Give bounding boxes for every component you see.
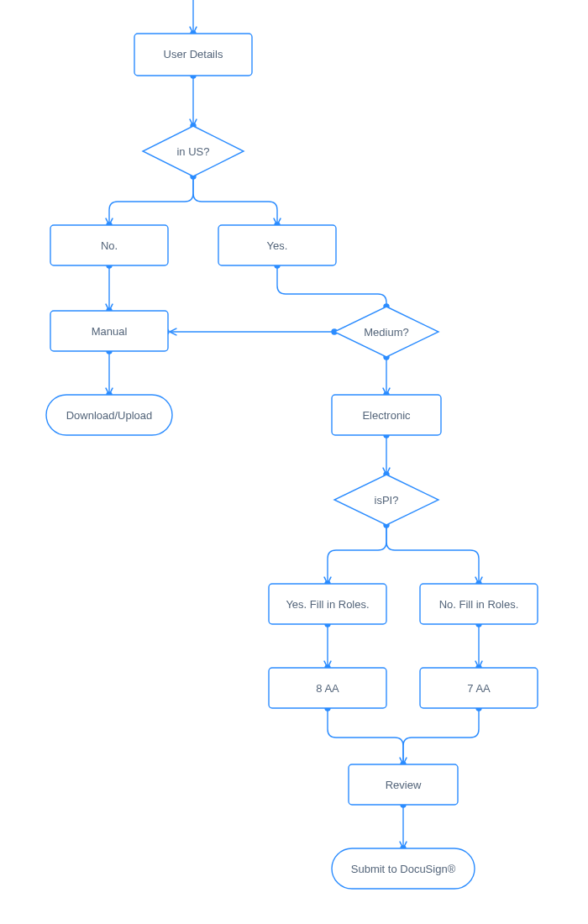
node-is-pi: isPI? bbox=[334, 475, 438, 525]
edge-7aa-merge bbox=[403, 708, 479, 764]
label-download-upload: Download/Upload bbox=[66, 409, 153, 422]
label-review: Review bbox=[386, 779, 422, 791]
edge-in-us-to-yes bbox=[193, 176, 277, 225]
edge-is-pi-to-yes-roles bbox=[328, 525, 386, 584]
node-7aa: 7 AA bbox=[420, 668, 538, 708]
label-yes: Yes. bbox=[267, 239, 288, 252]
label-user-details: User Details bbox=[164, 48, 223, 60]
edge-8aa-merge bbox=[328, 708, 403, 764]
label-in-us: in US? bbox=[176, 145, 209, 158]
label-yes-roles: Yes. Fill in Roles. bbox=[286, 598, 369, 611]
node-no-roles: No. Fill in Roles. bbox=[420, 584, 538, 624]
node-yes-roles: Yes. Fill in Roles. bbox=[269, 584, 386, 624]
label-no-roles: No. Fill in Roles. bbox=[439, 598, 519, 611]
node-in-us: in US? bbox=[143, 126, 244, 176]
label-7aa: 7 AA bbox=[467, 682, 491, 695]
node-no: No. bbox=[50, 225, 168, 265]
node-manual: Manual bbox=[50, 311, 168, 351]
label-no: No. bbox=[101, 239, 118, 252]
node-review: Review bbox=[349, 764, 458, 805]
label-submit: Submit to DocuSign® bbox=[351, 863, 456, 875]
node-download-upload: Download/Upload bbox=[46, 395, 172, 435]
edge-is-pi-to-no-roles bbox=[386, 525, 479, 584]
edge-in-us-to-no bbox=[109, 176, 193, 225]
node-8aa: 8 AA bbox=[269, 668, 386, 708]
edge-yes-to-medium bbox=[277, 265, 386, 307]
flowchart-canvas: User Details in US? No. Yes. Manual Down… bbox=[0, 0, 588, 924]
label-electronic: Electronic bbox=[362, 409, 411, 422]
node-submit: Submit to DocuSign® bbox=[332, 848, 475, 889]
node-medium: Medium? bbox=[334, 307, 438, 357]
node-user-details: User Details bbox=[134, 34, 252, 76]
label-is-pi: isPI? bbox=[375, 494, 399, 507]
label-8aa: 8 AA bbox=[316, 682, 339, 695]
label-medium: Medium? bbox=[364, 326, 408, 339]
node-electronic: Electronic bbox=[332, 395, 441, 435]
node-yes: Yes. bbox=[218, 225, 336, 265]
label-manual: Manual bbox=[92, 325, 128, 338]
